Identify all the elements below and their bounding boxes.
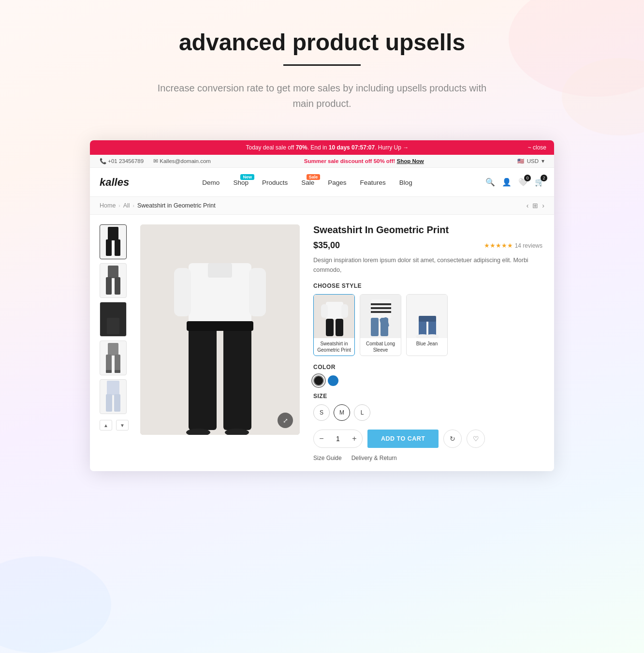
quantity-control: − 1 + bbox=[313, 430, 363, 448]
breadcrumb-current: Sweatshirt in Geometric Print bbox=[137, 202, 216, 209]
delivery-return-link[interactable]: Delivery & Return bbox=[351, 455, 397, 461]
wishlist-count: 0 bbox=[524, 175, 531, 181]
thumbnail-5[interactable] bbox=[100, 379, 127, 414]
currency-selector[interactable]: USD bbox=[527, 158, 539, 164]
nav-item-blog[interactable]: Blog bbox=[393, 178, 419, 187]
svg-rect-3 bbox=[108, 227, 118, 240]
thumbnail-4[interactable] bbox=[100, 341, 127, 375]
wishlist-add-button[interactable]: ♡ bbox=[467, 430, 485, 448]
thumb-nav: ▲ ▼ bbox=[100, 420, 129, 430]
nav-item-products[interactable]: Products bbox=[255, 178, 294, 187]
svg-rect-10 bbox=[107, 318, 119, 334]
svg-rect-11 bbox=[108, 343, 118, 356]
product-description: Design inspiration lorem ipsum dolor sit… bbox=[313, 255, 542, 275]
svg-rect-18 bbox=[114, 394, 120, 412]
star-icons: ★★★★★ bbox=[484, 242, 513, 249]
style-option-2[interactable]: Combat Long Sleeve bbox=[360, 294, 401, 356]
top-bar-promo: Summer sale discount off 50% off! Shop N… bbox=[304, 158, 424, 164]
product-price: $35,00 bbox=[313, 240, 340, 251]
add-to-cart-button[interactable]: ADD TO CART bbox=[367, 430, 439, 448]
size-m[interactable]: M bbox=[334, 404, 350, 421]
nav-item-features[interactable]: Features bbox=[353, 178, 393, 187]
thumbnail-column: ▲ ▼ bbox=[100, 224, 129, 461]
size-s[interactable]: S bbox=[313, 404, 330, 421]
color-blue[interactable] bbox=[328, 375, 338, 386]
store-frame: Today deal sale off 70%. End in 10 days … bbox=[90, 140, 554, 471]
size-label: SIZE bbox=[313, 393, 542, 400]
svg-rect-22 bbox=[174, 268, 191, 316]
announcement-text: Today deal sale off 70%. End in 10 days … bbox=[127, 144, 528, 151]
svg-rect-6 bbox=[108, 266, 118, 278]
breadcrumb-all[interactable]: All bbox=[123, 202, 130, 209]
svg-rect-7 bbox=[106, 277, 112, 295]
color-label: COLOR bbox=[313, 364, 542, 371]
svg-rect-23 bbox=[249, 268, 266, 316]
svg-rect-25 bbox=[223, 324, 251, 430]
next-product-button[interactable]: › bbox=[542, 202, 544, 209]
svg-rect-34 bbox=[336, 319, 343, 336]
currency-chevron-icon: ▾ bbox=[542, 158, 544, 164]
size-guide-link[interactable]: Size Guide bbox=[313, 455, 342, 461]
cart-count: 2 bbox=[541, 175, 547, 181]
account-button[interactable]: 👤 bbox=[502, 178, 512, 187]
main-product-image: ⤢ bbox=[140, 224, 300, 435]
nav-links: Demo Shop New Products Sale Sale Pages F… bbox=[195, 178, 419, 187]
main-nav: kalles Demo Shop New Products Sale Sale … bbox=[90, 168, 554, 197]
page-divider bbox=[283, 64, 361, 66]
product-details: Sweatshirt In Geometric Print $35,00 ★★★… bbox=[311, 224, 544, 461]
svg-rect-32 bbox=[341, 304, 348, 318]
size-section: SIZE S M L bbox=[313, 393, 542, 421]
style-section: CHOOSE STYLE bbox=[313, 282, 542, 356]
breadcrumb-home[interactable]: Home bbox=[100, 202, 116, 209]
svg-rect-16 bbox=[107, 381, 119, 395]
wishlist-button[interactable]: 🤍 0 bbox=[518, 178, 528, 187]
svg-rect-40 bbox=[371, 318, 379, 336]
svg-rect-37 bbox=[371, 303, 391, 305]
style-label-3: Blue Jean bbox=[407, 338, 447, 349]
color-options bbox=[313, 375, 542, 386]
reviews-count[interactable]: 14 reviews bbox=[515, 242, 542, 249]
svg-rect-12 bbox=[106, 355, 112, 372]
color-black[interactable] bbox=[313, 375, 324, 386]
site-logo[interactable]: kalles bbox=[100, 176, 129, 189]
color-section: COLOR bbox=[313, 364, 542, 386]
prev-product-button[interactable]: ‹ bbox=[527, 202, 529, 209]
thumbnail-2[interactable] bbox=[100, 263, 127, 298]
svg-rect-15 bbox=[115, 370, 120, 373]
svg-rect-38 bbox=[371, 307, 391, 309]
thumb-next-button[interactable]: ▼ bbox=[116, 420, 129, 430]
nav-item-sale[interactable]: Sale Sale bbox=[294, 178, 321, 187]
svg-rect-46 bbox=[419, 316, 436, 322]
thumbnail-1[interactable] bbox=[100, 224, 127, 259]
search-button[interactable]: 🔍 bbox=[485, 178, 495, 187]
new-badge: New bbox=[240, 174, 254, 180]
product-price-row: $35,00 ★★★★★ 14 reviews bbox=[313, 240, 542, 251]
phone-number: 📞 +01 23456789 bbox=[100, 158, 144, 164]
thumb-prev-button[interactable]: ▲ bbox=[100, 420, 112, 430]
style-option-3[interactable]: Blue Jean bbox=[406, 294, 448, 356]
cart-row: − 1 + ADD TO CART ↻ ♡ bbox=[313, 430, 542, 448]
cart-button[interactable]: 🛒 2 bbox=[535, 178, 544, 187]
nav-item-shop[interactable]: Shop New bbox=[226, 178, 255, 187]
size-l[interactable]: L bbox=[354, 404, 370, 421]
page-subtitle: Increase conversion rate to get more sal… bbox=[153, 80, 491, 111]
announcement-close-button[interactable]: ~ close bbox=[528, 144, 546, 151]
compare-button[interactable]: ↻ bbox=[443, 430, 462, 448]
thumbnail-3[interactable] bbox=[100, 302, 127, 337]
choose-style-label: CHOOSE STYLE bbox=[313, 282, 542, 289]
countdown-timer: 07:57:07 bbox=[351, 144, 375, 151]
style-option-1[interactable]: Sweatshirt in Geometric Print bbox=[313, 294, 355, 356]
announcement-bar: Today deal sale off 70%. End in 10 days … bbox=[90, 140, 554, 155]
nav-item-pages[interactable]: Pages bbox=[321, 178, 353, 187]
quantity-decrease-button[interactable]: − bbox=[314, 430, 329, 448]
style-label-2: Combat Long Sleeve bbox=[360, 338, 401, 356]
breadcrumb-bar: Home › All › Sweatshirt in Geometric Pri… bbox=[90, 197, 554, 215]
breadcrumb-sep-1: › bbox=[118, 203, 120, 208]
svg-rect-39 bbox=[371, 311, 391, 313]
grid-view-button[interactable]: ⊞ bbox=[532, 202, 538, 209]
nav-item-demo[interactable]: Demo bbox=[195, 178, 226, 187]
breadcrumb: Home › All › Sweatshirt in Geometric Pri… bbox=[100, 202, 216, 209]
shop-now-link[interactable]: Shop Now bbox=[397, 158, 424, 164]
zoom-button[interactable]: ⤢ bbox=[278, 413, 293, 428]
quantity-increase-button[interactable]: + bbox=[347, 430, 362, 448]
